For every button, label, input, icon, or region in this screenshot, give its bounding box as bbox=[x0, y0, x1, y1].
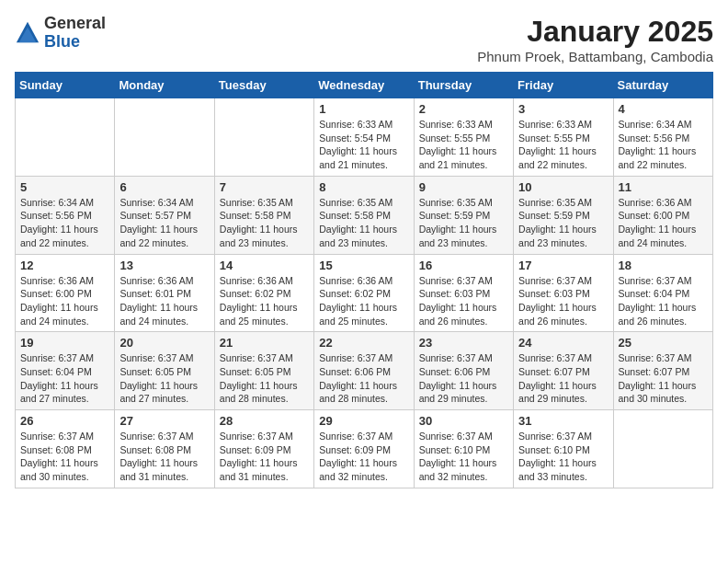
calendar-cell: 14Sunrise: 6:36 AM Sunset: 6:02 PM Dayli… bbox=[214, 254, 313, 332]
calendar-week-3: 12Sunrise: 6:36 AM Sunset: 6:00 PM Dayli… bbox=[16, 254, 713, 332]
day-number: 10 bbox=[518, 180, 608, 194]
calendar-cell: 1Sunrise: 6:33 AM Sunset: 5:54 PM Daylig… bbox=[314, 98, 414, 177]
calendar-cell: 21Sunrise: 6:37 AM Sunset: 6:05 PM Dayli… bbox=[214, 332, 313, 410]
day-info: Sunrise: 6:37 AM Sunset: 6:06 PM Dayligh… bbox=[319, 351, 408, 406]
day-info: Sunrise: 6:37 AM Sunset: 6:09 PM Dayligh… bbox=[319, 430, 408, 484]
day-info: Sunrise: 6:37 AM Sunset: 6:03 PM Dayligh… bbox=[419, 274, 508, 328]
day-number: 13 bbox=[119, 259, 209, 272]
calendar-header: SundayMondayTuesdayWednesdayThursdayFrid… bbox=[16, 73, 713, 98]
day-info: Sunrise: 6:34 AM Sunset: 5:56 PM Dayligh… bbox=[20, 196, 109, 250]
calendar-cell: 18Sunrise: 6:37 AM Sunset: 6:04 PM Dayli… bbox=[613, 254, 712, 332]
weekday-header-friday: Friday bbox=[514, 73, 613, 98]
day-number: 17 bbox=[518, 259, 608, 272]
calendar-cell: 30Sunrise: 6:37 AM Sunset: 6:10 PM Dayli… bbox=[414, 410, 513, 488]
day-number: 15 bbox=[319, 259, 408, 272]
calendar-body: 1Sunrise: 6:33 AM Sunset: 5:54 PM Daylig… bbox=[16, 98, 713, 488]
calendar-cell: 20Sunrise: 6:37 AM Sunset: 6:05 PM Dayli… bbox=[115, 332, 214, 410]
calendar-cell: 17Sunrise: 6:37 AM Sunset: 6:03 PM Dayli… bbox=[514, 254, 613, 332]
page-title: January 2025 bbox=[477, 15, 713, 49]
day-number: 1 bbox=[319, 102, 408, 116]
day-info: Sunrise: 6:37 AM Sunset: 6:06 PM Dayligh… bbox=[419, 351, 508, 406]
day-number: 5 bbox=[20, 180, 109, 194]
calendar-cell: 31Sunrise: 6:37 AM Sunset: 6:10 PM Dayli… bbox=[514, 410, 613, 488]
title-block: January 2025 Phnum Proek, Battambang, Ca… bbox=[477, 15, 713, 64]
day-info: Sunrise: 6:37 AM Sunset: 6:10 PM Dayligh… bbox=[419, 430, 508, 484]
day-number: 3 bbox=[518, 102, 608, 116]
day-number: 29 bbox=[319, 414, 408, 428]
day-number: 8 bbox=[319, 180, 408, 194]
calendar-cell: 13Sunrise: 6:36 AM Sunset: 6:01 PM Dayli… bbox=[115, 254, 214, 332]
calendar-cell: 2Sunrise: 6:33 AM Sunset: 5:55 PM Daylig… bbox=[414, 98, 513, 177]
weekday-header-wednesday: Wednesday bbox=[314, 73, 414, 98]
calendar-cell: 25Sunrise: 6:37 AM Sunset: 6:07 PM Dayli… bbox=[613, 332, 712, 410]
day-number: 27 bbox=[119, 414, 209, 428]
calendar-cell: 19Sunrise: 6:37 AM Sunset: 6:04 PM Dayli… bbox=[16, 332, 115, 410]
day-info: Sunrise: 6:37 AM Sunset: 6:08 PM Dayligh… bbox=[20, 430, 109, 484]
day-info: Sunrise: 6:37 AM Sunset: 6:05 PM Dayligh… bbox=[220, 351, 309, 406]
day-number: 23 bbox=[419, 336, 508, 350]
calendar-cell: 11Sunrise: 6:36 AM Sunset: 6:00 PM Dayli… bbox=[613, 176, 712, 254]
calendar-cell: 12Sunrise: 6:36 AM Sunset: 6:00 PM Dayli… bbox=[16, 254, 115, 332]
calendar-cell: 3Sunrise: 6:33 AM Sunset: 5:55 PM Daylig… bbox=[514, 98, 613, 177]
weekday-header-tuesday: Tuesday bbox=[214, 73, 313, 98]
day-info: Sunrise: 6:37 AM Sunset: 6:04 PM Dayligh… bbox=[20, 351, 109, 406]
calendar-cell: 5Sunrise: 6:34 AM Sunset: 5:56 PM Daylig… bbox=[16, 176, 115, 254]
day-number: 24 bbox=[518, 336, 608, 350]
page-subtitle: Phnum Proek, Battambang, Cambodia bbox=[477, 49, 713, 64]
day-number: 28 bbox=[220, 414, 309, 428]
calendar-cell: 29Sunrise: 6:37 AM Sunset: 6:09 PM Dayli… bbox=[314, 410, 414, 488]
calendar-cell: 28Sunrise: 6:37 AM Sunset: 6:09 PM Dayli… bbox=[214, 410, 313, 488]
day-number: 21 bbox=[220, 336, 309, 350]
calendar-week-2: 5Sunrise: 6:34 AM Sunset: 5:56 PM Daylig… bbox=[16, 176, 713, 254]
calendar-cell: 10Sunrise: 6:35 AM Sunset: 5:59 PM Dayli… bbox=[514, 176, 613, 254]
day-number: 26 bbox=[20, 414, 109, 428]
calendar-cell: 22Sunrise: 6:37 AM Sunset: 6:06 PM Dayli… bbox=[314, 332, 414, 410]
day-info: Sunrise: 6:37 AM Sunset: 6:10 PM Dayligh… bbox=[518, 430, 608, 484]
weekday-header-row: SundayMondayTuesdayWednesdayThursdayFrid… bbox=[16, 73, 713, 98]
day-number: 11 bbox=[619, 180, 708, 194]
calendar-cell: 4Sunrise: 6:34 AM Sunset: 5:56 PM Daylig… bbox=[613, 98, 712, 177]
day-info: Sunrise: 6:37 AM Sunset: 6:03 PM Dayligh… bbox=[518, 274, 608, 328]
day-info: Sunrise: 6:35 AM Sunset: 5:58 PM Dayligh… bbox=[220, 196, 309, 250]
calendar-cell: 16Sunrise: 6:37 AM Sunset: 6:03 PM Dayli… bbox=[414, 254, 513, 332]
day-info: Sunrise: 6:36 AM Sunset: 6:00 PM Dayligh… bbox=[20, 274, 109, 328]
day-info: Sunrise: 6:37 AM Sunset: 6:09 PM Dayligh… bbox=[220, 430, 309, 484]
calendar-table: SundayMondayTuesdayWednesdayThursdayFrid… bbox=[15, 72, 713, 488]
day-info: Sunrise: 6:37 AM Sunset: 6:07 PM Dayligh… bbox=[518, 351, 608, 406]
day-info: Sunrise: 6:37 AM Sunset: 6:08 PM Dayligh… bbox=[119, 430, 209, 484]
page-header: General Blue January 2025 Phnum Proek, B… bbox=[15, 15, 713, 64]
day-number: 20 bbox=[119, 336, 209, 350]
weekday-header-monday: Monday bbox=[115, 73, 214, 98]
calendar-week-5: 26Sunrise: 6:37 AM Sunset: 6:08 PM Dayli… bbox=[16, 410, 713, 488]
weekday-header-sunday: Sunday bbox=[16, 73, 115, 98]
day-info: Sunrise: 6:36 AM Sunset: 6:00 PM Dayligh… bbox=[619, 196, 708, 250]
day-info: Sunrise: 6:35 AM Sunset: 5:59 PM Dayligh… bbox=[419, 196, 508, 250]
calendar-cell: 15Sunrise: 6:36 AM Sunset: 6:02 PM Dayli… bbox=[314, 254, 414, 332]
day-info: Sunrise: 6:36 AM Sunset: 6:02 PM Dayligh… bbox=[220, 274, 309, 328]
day-number: 4 bbox=[619, 102, 708, 116]
day-number: 2 bbox=[419, 102, 508, 116]
day-number: 9 bbox=[419, 180, 508, 194]
calendar-cell: 23Sunrise: 6:37 AM Sunset: 6:06 PM Dayli… bbox=[414, 332, 513, 410]
weekday-header-saturday: Saturday bbox=[613, 73, 712, 98]
day-number: 7 bbox=[220, 180, 309, 194]
calendar-cell: 27Sunrise: 6:37 AM Sunset: 6:08 PM Dayli… bbox=[115, 410, 214, 488]
day-number: 6 bbox=[119, 180, 209, 194]
logo-text: General Blue bbox=[44, 15, 106, 52]
calendar-cell bbox=[115, 98, 214, 177]
day-info: Sunrise: 6:35 AM Sunset: 5:59 PM Dayligh… bbox=[518, 196, 608, 250]
calendar-cell: 26Sunrise: 6:37 AM Sunset: 6:08 PM Dayli… bbox=[16, 410, 115, 488]
day-number: 16 bbox=[419, 259, 508, 272]
calendar-cell bbox=[16, 98, 115, 177]
logo-general-text: General bbox=[44, 14, 106, 32]
day-info: Sunrise: 6:33 AM Sunset: 5:54 PM Dayligh… bbox=[319, 118, 408, 172]
day-info: Sunrise: 6:34 AM Sunset: 5:57 PM Dayligh… bbox=[119, 196, 209, 250]
day-info: Sunrise: 6:36 AM Sunset: 6:01 PM Dayligh… bbox=[119, 274, 209, 328]
day-info: Sunrise: 6:33 AM Sunset: 5:55 PM Dayligh… bbox=[419, 118, 508, 172]
day-number: 22 bbox=[319, 336, 408, 350]
day-number: 30 bbox=[419, 414, 508, 428]
calendar-week-4: 19Sunrise: 6:37 AM Sunset: 6:04 PM Dayli… bbox=[16, 332, 713, 410]
weekday-header-thursday: Thursday bbox=[414, 73, 513, 98]
calendar-cell: 6Sunrise: 6:34 AM Sunset: 5:57 PM Daylig… bbox=[115, 176, 214, 254]
calendar-cell: 9Sunrise: 6:35 AM Sunset: 5:59 PM Daylig… bbox=[414, 176, 513, 254]
